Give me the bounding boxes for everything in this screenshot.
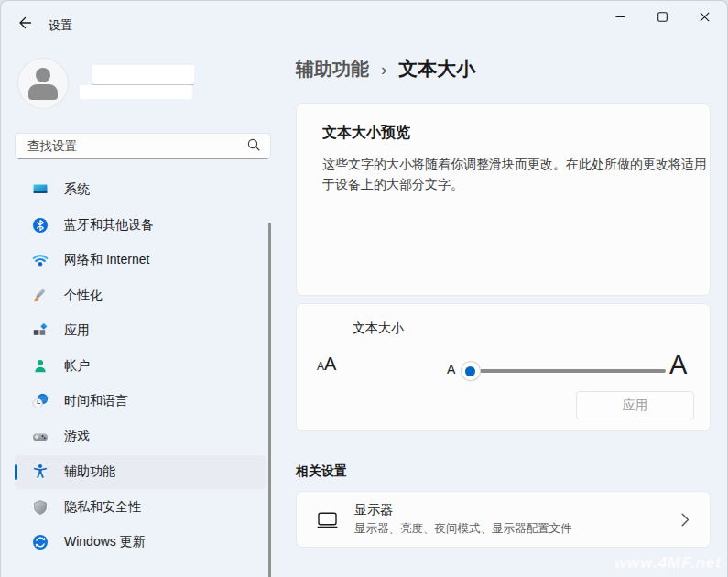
- back-button[interactable]: [12, 13, 38, 37]
- sidebar-item-windows-update[interactable]: Windows 更新: [15, 526, 266, 560]
- page-title: 文本大小: [398, 56, 475, 82]
- back-arrow-icon: [17, 16, 32, 34]
- redacted-user-name: [92, 65, 194, 84]
- sidebar-scrollbar[interactable]: [268, 223, 271, 577]
- gaming-icon: [32, 429, 49, 445]
- avatar-head: [36, 68, 50, 82]
- watermark: www.4MF.net: [614, 554, 722, 572]
- text-size-icon: AA: [317, 354, 336, 375]
- avatar-body: [28, 84, 58, 100]
- close-button[interactable]: [683, 1, 725, 34]
- sidebar-item-system[interactable]: 系统: [15, 173, 266, 207]
- sidebar-nav: 系统 蓝牙和其他设备 网络和 Internet 个性化: [1, 171, 276, 561]
- sidebar-item-label: 应用: [64, 322, 90, 339]
- sidebar-item-label: 游戏: [64, 429, 90, 445]
- network-icon: [32, 252, 49, 268]
- text-size-icon-large-a: A: [324, 354, 336, 375]
- sidebar-item-label: 帐户: [64, 358, 90, 375]
- text-size-slider[interactable]: [462, 360, 666, 382]
- window-controls: [599, 1, 725, 34]
- redacted-user-email: [80, 85, 192, 99]
- chevron-right-icon: [681, 513, 690, 527]
- breadcrumb-parent[interactable]: 辅助功能: [296, 57, 369, 82]
- apps-icon: [32, 322, 49, 339]
- display-item-title: 显示器: [354, 502, 681, 518]
- display-settings-item[interactable]: 显示器 显示器、亮度、夜间模式、显示器配置文件: [296, 491, 711, 548]
- sidebar: 系统 蓝牙和其他设备 网络和 Internet 个性化: [1, 47, 276, 577]
- accounts-icon: [32, 358, 49, 375]
- sidebar-item-personalization[interactable]: 个性化: [15, 278, 266, 312]
- sidebar-item-gaming[interactable]: 游戏: [15, 419, 266, 453]
- accessibility-icon: [32, 463, 49, 480]
- slider-max-label: A: [669, 352, 687, 378]
- sidebar-item-label: 个性化: [64, 288, 103, 304]
- text-size-icon-small-a: A: [317, 360, 324, 373]
- titlebar: 设置: [1, 1, 727, 47]
- sidebar-item-network[interactable]: 网络和 Internet: [15, 244, 266, 278]
- user-avatar[interactable]: [17, 58, 69, 109]
- breadcrumb: 辅助功能 › 文本大小: [296, 56, 475, 82]
- apply-button[interactable]: 应用: [576, 391, 694, 419]
- privacy-icon: [32, 499, 49, 516]
- preview-card-title: 文本大小预览: [322, 124, 684, 143]
- sidebar-item-privacy[interactable]: 隐私和安全性: [15, 490, 266, 524]
- system-icon: [32, 181, 49, 198]
- sidebar-item-bluetooth[interactable]: 蓝牙和其他设备: [15, 208, 266, 242]
- sidebar-item-label: 辅助功能: [64, 463, 115, 480]
- personalization-icon: [32, 288, 49, 304]
- windows-update-icon: [32, 534, 49, 550]
- sidebar-item-label: 时间和语言: [64, 393, 128, 409]
- text-size-preview-card: 文本大小预览 这些文字的大小将随着你调整滑块而更改。在此处所做的更改将适用于设备…: [296, 103, 711, 296]
- related-settings-header: 相关设置: [296, 463, 347, 480]
- slider-min-label: A: [447, 362, 455, 376]
- search-input[interactable]: [27, 139, 246, 153]
- slider-track[interactable]: [462, 369, 666, 373]
- display-icon: [317, 510, 338, 529]
- app-title: 设置: [49, 17, 72, 34]
- text-size-card: 文本大小 AA A A 应用: [296, 303, 711, 431]
- sidebar-item-label: 蓝牙和其他设备: [64, 217, 154, 234]
- maximize-icon: [657, 9, 668, 26]
- sidebar-item-accounts[interactable]: 帐户: [15, 349, 266, 383]
- text-size-label: 文本大小: [353, 321, 404, 337]
- sidebar-item-label: 隐私和安全性: [64, 499, 141, 516]
- sidebar-item-accessibility[interactable]: 辅助功能: [15, 455, 266, 489]
- sidebar-item-label: 网络和 Internet: [64, 252, 149, 268]
- preview-card-description: 这些文字的大小将随着你调整滑块而更改。在此处所做的更改将适用于设备上的大部分文字…: [322, 154, 711, 195]
- time-language-icon: [32, 393, 49, 409]
- search-box[interactable]: [15, 133, 271, 159]
- display-item-subtitle: 显示器、亮度、夜间模式、显示器配置文件: [354, 521, 681, 537]
- minimize-button[interactable]: [599, 1, 641, 34]
- sidebar-item-label: 系统: [64, 181, 90, 198]
- maximize-button[interactable]: [641, 1, 683, 34]
- breadcrumb-separator-icon: ›: [381, 60, 386, 80]
- display-item-text: 显示器 显示器、亮度、夜间模式、显示器配置文件: [354, 502, 681, 537]
- sidebar-item-apps[interactable]: 应用: [15, 314, 266, 348]
- bluetooth-icon: [32, 217, 49, 234]
- minimize-icon: [615, 9, 625, 26]
- search-icon: [246, 137, 261, 156]
- sidebar-item-time-language[interactable]: 时间和语言: [15, 385, 266, 419]
- close-icon: [700, 9, 710, 26]
- textsize-slider-thumb[interactable]: [462, 362, 480, 380]
- settings-window: 设置: [0, 0, 728, 577]
- sidebar-item-label: Windows 更新: [64, 534, 146, 550]
